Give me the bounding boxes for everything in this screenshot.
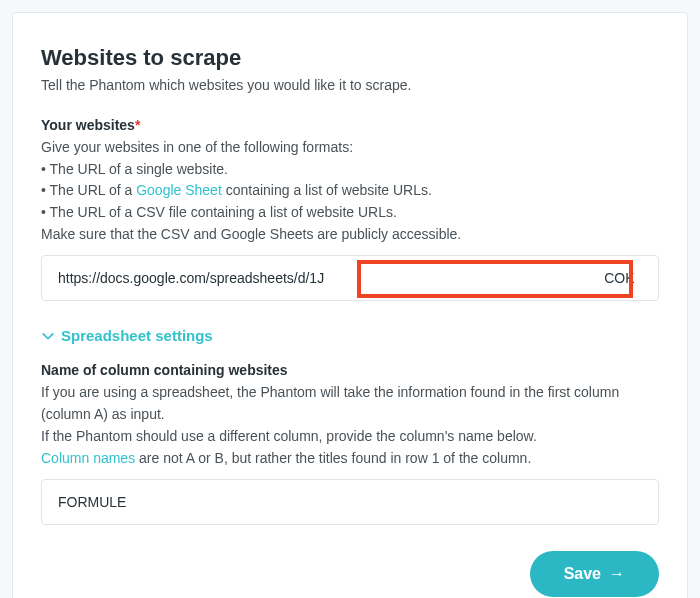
column-help-2: If the Phantom should use a different co… <box>41 426 659 448</box>
help-bullet-1: • The URL of a single website. <box>41 159 659 181</box>
required-asterisk: * <box>135 117 140 133</box>
column-name-input[interactable] <box>41 479 659 525</box>
help-bullet-3: • The URL of a CSV file containing a lis… <box>41 202 659 224</box>
column-label: Name of column containing websites <box>41 362 659 378</box>
column-help-3: Column names are not A or B, but rather … <box>41 448 659 470</box>
chevron-down-icon <box>41 329 55 343</box>
column-help-1: If you are using a spreadsheet, the Phan… <box>41 382 659 425</box>
websites-label-text: Your websites <box>41 117 135 133</box>
websites-url-input[interactable] <box>41 255 659 301</box>
page-subtitle: Tell the Phantom which websites you woul… <box>41 77 659 93</box>
google-sheet-link[interactable]: Google Sheet <box>136 182 222 198</box>
websites-label: Your websites* <box>41 117 659 133</box>
url-input-wrap <box>41 255 659 301</box>
button-row: Save → <box>41 551 659 597</box>
settings-card: Websites to scrape Tell the Phantom whic… <box>12 12 688 598</box>
websites-section: Your websites* Give your websites in one… <box>41 117 659 301</box>
help-bullet-2-suffix: containing a list of website URLs. <box>222 182 432 198</box>
page-title: Websites to scrape <box>41 45 659 71</box>
spreadsheet-settings-expander[interactable]: Spreadsheet settings <box>41 327 659 344</box>
column-help-3-suffix: are not A or B, but rather the titles fo… <box>135 450 531 466</box>
save-button-label: Save <box>564 565 601 583</box>
help-bullet-2: • The URL of a Google Sheet containing a… <box>41 180 659 202</box>
arrow-right-icon: → <box>609 565 625 583</box>
column-section: Name of column containing websites If yo… <box>41 362 659 525</box>
expander-label: Spreadsheet settings <box>61 327 213 344</box>
save-button[interactable]: Save → <box>530 551 659 597</box>
help-intro: Give your websites in one of the followi… <box>41 137 659 159</box>
help-footer: Make sure that the CSV and Google Sheets… <box>41 224 659 246</box>
help-bullet-2-prefix: • The URL of a <box>41 182 136 198</box>
column-names-link[interactable]: Column names <box>41 450 135 466</box>
